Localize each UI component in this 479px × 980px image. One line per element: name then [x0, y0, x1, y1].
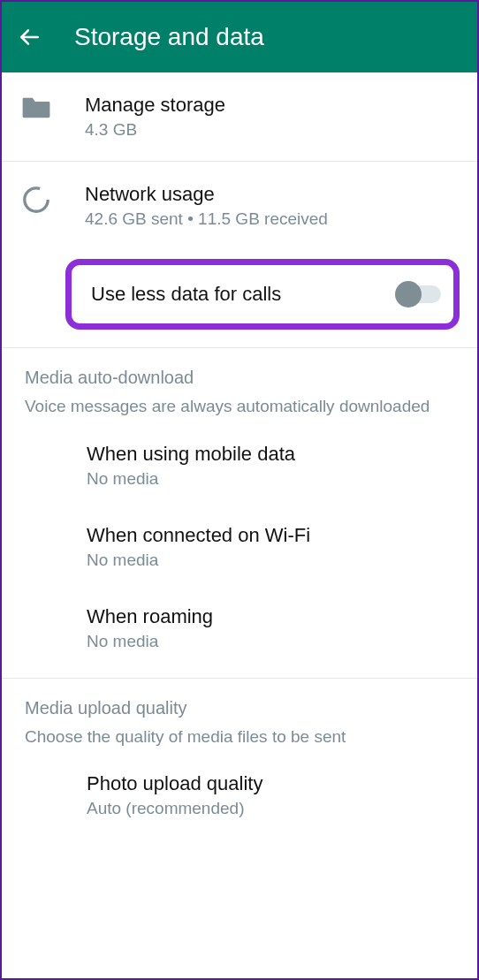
manage-storage-subtitle: 4.3 GB: [85, 120, 458, 140]
auto-download-description: Voice messages are always automatically …: [25, 395, 454, 418]
mobile-data-title: When using mobile data: [87, 443, 458, 466]
upload-quality-header: Media upload quality Choose the quality …: [2, 679, 477, 756]
wifi-item[interactable]: When connected on Wi-Fi No media: [2, 506, 477, 588]
use-less-data-title: Use less data for calls: [91, 283, 281, 306]
svg-point-1: [25, 188, 48, 211]
roaming-title: When roaming: [87, 605, 458, 628]
roaming-item[interactable]: When roaming No media: [2, 588, 477, 669]
use-less-data-toggle[interactable]: [397, 285, 441, 303]
network-usage-item[interactable]: Network usage 42.6 GB sent • 11.5 GB rec…: [2, 162, 477, 250]
manage-storage-title: Manage storage: [85, 94, 458, 117]
photo-quality-subtitle: Auto (recommended): [87, 799, 458, 818]
mobile-data-item[interactable]: When using mobile data No media: [2, 425, 477, 506]
auto-download-header: Media auto-download Voice messages are a…: [2, 348, 477, 425]
photo-quality-item[interactable]: Photo upload quality Auto (recommended): [2, 755, 477, 836]
upload-quality-heading: Media upload quality: [25, 698, 454, 718]
wifi-title: When connected on Wi-Fi: [87, 524, 458, 547]
network-usage-title: Network usage: [85, 183, 458, 206]
manage-storage-item[interactable]: Manage storage 4.3 GB: [2, 72, 477, 161]
network-usage-subtitle: 42.6 GB sent • 11.5 GB received: [85, 209, 458, 229]
app-header: Storage and data: [2, 2, 477, 72]
auto-download-heading: Media auto-download: [25, 368, 454, 388]
back-arrow-icon[interactable]: [18, 26, 41, 49]
roaming-subtitle: No media: [87, 632, 458, 651]
photo-quality-title: Photo upload quality: [87, 772, 458, 795]
mobile-data-subtitle: No media: [87, 469, 458, 489]
folder-icon: [21, 95, 51, 120]
use-less-data-item[interactable]: Use less data for calls: [65, 259, 460, 330]
upload-quality-description: Choose the quality of media files to be …: [25, 726, 454, 748]
wifi-subtitle: No media: [87, 551, 458, 570]
page-title: Storage and data: [74, 23, 264, 51]
data-usage-icon: [21, 185, 51, 215]
